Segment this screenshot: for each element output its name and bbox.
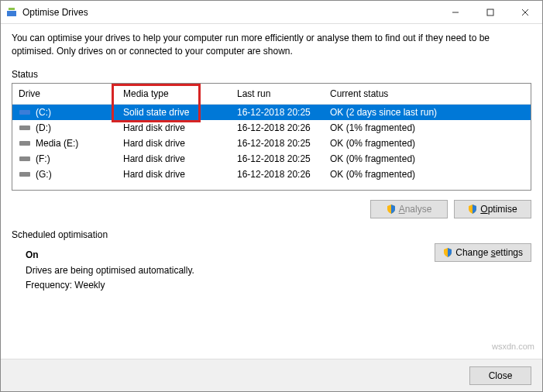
svg-rect-10 [19, 172, 30, 177]
schedule-on: On [26, 249, 435, 260]
cell-status: OK (0% fragmented) [324, 138, 531, 149]
shield-icon [443, 248, 452, 257]
close-button[interactable] [507, 1, 542, 24]
schedule-desc: Drives are being optimised automatically… [26, 263, 435, 278]
cell-drive: (D:) [12, 122, 117, 133]
optimise-mnemonic: O [480, 204, 487, 215]
cell-media: Solid state drive [117, 107, 231, 118]
analyse-mnemonic: A [399, 204, 405, 215]
table-row[interactable]: (F:)Hard disk drive16-12-2018 20:25OK (0… [12, 151, 531, 167]
col-last[interactable]: Last run [231, 84, 324, 104]
change-settings-button[interactable]: Change settings [435, 243, 531, 262]
svg-rect-6 [19, 110, 30, 115]
window-title: Optimise Drives [22, 7, 438, 18]
table-row[interactable]: (G:)Hard disk drive16-12-2018 20:26OK (0… [12, 167, 531, 182]
svg-rect-9 [19, 156, 30, 161]
svg-rect-0 [7, 11, 16, 16]
cell-last-run: 16-12-2018 20:25 [231, 107, 324, 118]
cell-last-run: 16-12-2018 20:26 [231, 169, 324, 180]
cell-media: Hard disk drive [117, 169, 231, 180]
cell-last-run: 16-12-2018 20:25 [231, 138, 324, 149]
table-row[interactable]: (C:)Solid state drive16-12-2018 20:25OK … [12, 105, 531, 120]
minimize-button[interactable] [438, 1, 473, 24]
col-media[interactable]: Media type [117, 84, 231, 104]
maximize-button[interactable] [473, 1, 507, 24]
table-row[interactable]: Media (E:)Hard disk drive16-12-2018 20:2… [12, 136, 531, 151]
titlebar: Optimise Drives [1, 1, 542, 24]
svg-rect-1 [9, 8, 15, 10]
cell-status: OK (2 days since last run) [324, 107, 531, 118]
watermark: wsxdn.com [492, 342, 534, 351]
table-row[interactable]: (D:)Hard disk drive16-12-2018 20:26OK (1… [12, 120, 531, 136]
svg-rect-7 [19, 126, 30, 130]
close-footer-button[interactable]: Close [469, 366, 531, 385]
analyse-button[interactable]: Analyse [370, 200, 448, 218]
cell-last-run: 16-12-2018 20:26 [231, 122, 324, 133]
status-label: Status [12, 69, 531, 80]
schedule-freq: Frequency: Weekly [26, 278, 435, 293]
cell-drive: (C:) [12, 107, 117, 118]
cell-last-run: 16-12-2018 20:25 [231, 153, 324, 164]
table-header: Drive Media type Last run Current status [12, 84, 531, 105]
shield-icon [468, 205, 477, 214]
hdd-icon [19, 154, 31, 163]
hdd-icon [19, 123, 31, 132]
svg-rect-8 [19, 141, 30, 146]
cell-status: OK (0% fragmented) [324, 169, 531, 180]
cell-status: OK (0% fragmented) [324, 153, 531, 164]
cell-drive: (G:) [12, 169, 117, 180]
hdd-icon [19, 139, 31, 148]
footer: Close [1, 359, 542, 391]
col-status[interactable]: Current status [324, 84, 531, 104]
description-text: You can optimise your drives to help you… [12, 32, 531, 58]
optimise-button[interactable]: Optimise [454, 200, 531, 218]
cell-status: OK (1% fragmented) [324, 122, 531, 133]
cell-media: Hard disk drive [117, 122, 231, 133]
svg-rect-3 [487, 9, 493, 15]
cell-media: Hard disk drive [117, 153, 231, 164]
app-icon [5, 6, 18, 19]
cell-drive: (F:) [12, 153, 117, 164]
schedule-label: Scheduled optimisation [12, 229, 531, 240]
shield-icon [387, 205, 396, 214]
ssd-icon [19, 108, 31, 117]
drives-table: Drive Media type Last run Current status… [12, 83, 531, 191]
col-drive[interactable]: Drive [12, 84, 117, 104]
cell-drive: Media (E:) [12, 138, 117, 149]
cell-media: Hard disk drive [117, 138, 231, 149]
hdd-icon [19, 170, 31, 179]
